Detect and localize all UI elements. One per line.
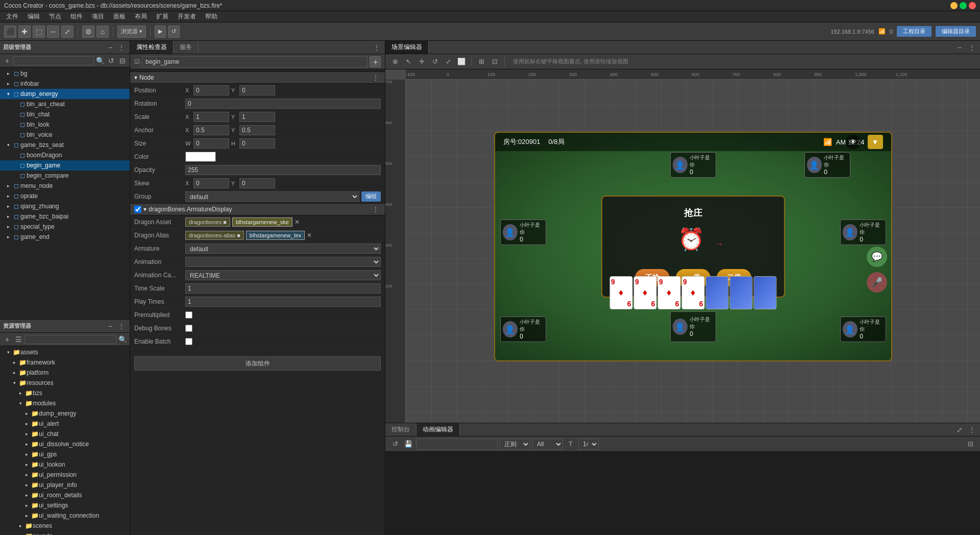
res-item-ui-settings[interactable]: ▸ 📁 ui_settings	[0, 500, 130, 510]
premultiplied-checkbox[interactable]	[185, 311, 192, 319]
add-component-btn[interactable]: 添加组件	[134, 356, 381, 371]
menu-file[interactable]: 文件	[2, 11, 22, 22]
close-btn[interactable]	[969, 2, 976, 9]
menu-help[interactable]: 帮助	[201, 11, 222, 22]
animation-select[interactable]	[185, 257, 381, 267]
node-name-field[interactable]	[142, 56, 368, 67]
menu-layout[interactable]: 布局	[131, 11, 151, 22]
prop-add-btn[interactable]: +	[370, 56, 381, 67]
scene-more-btn[interactable]: ⋮	[967, 42, 977, 53]
res-item-ui-chat[interactable]: ▸ 📁 ui_chat	[0, 429, 130, 439]
node-section-more-btn[interactable]: ⋮	[371, 72, 381, 83]
chat-round-btn[interactable]: 💬	[867, 247, 887, 267]
play-times-input[interactable]	[185, 297, 381, 307]
scene-tool-scale[interactable]: ⤢	[443, 56, 454, 67]
group-btn[interactable]: 编组	[361, 191, 381, 202]
toolbar-icon-1[interactable]: ⬛	[4, 26, 16, 38]
scene-tool-move[interactable]: ✛	[416, 56, 427, 67]
tree-item-bln-voice[interactable]: ◻ bln_voice	[0, 130, 130, 140]
tree-item-dump-energy[interactable]: ▾ ◻ dump_energy	[0, 89, 130, 99]
group-select[interactable]: default	[185, 191, 359, 202]
res-item-ui-alert[interactable]: ▸ 📁 ui_alert	[0, 419, 130, 429]
res-item-scenes[interactable]: ▸ 📁 scenes	[0, 521, 130, 531]
res-item-framework[interactable]: ▸ 📁 framework	[0, 357, 130, 368]
scene-view[interactable]: -100 0 100 200 300 400 500 600 700 800 9…	[385, 69, 980, 423]
res-item-ui-room-details[interactable]: ▸ 📁 ui_room_details	[0, 490, 130, 500]
menu-component[interactable]: 组件	[66, 11, 87, 22]
scene-tool-hand[interactable]: ⊕	[389, 56, 401, 67]
anim-name-input[interactable]	[416, 439, 498, 450]
resources-add-btn[interactable]: +	[2, 334, 12, 345]
hierarchy-search[interactable]	[13, 56, 94, 65]
resources-list-btn[interactable]: ☰	[13, 334, 23, 345]
position-y-input[interactable]	[239, 85, 275, 95]
refresh-btn[interactable]: ↺	[168, 26, 180, 38]
armature-select[interactable]: default	[185, 244, 381, 254]
res-item-ui-lookon[interactable]: ▸ 📁 ui_lookon	[0, 459, 130, 470]
res-item-resources[interactable]: ▾ 📁 resources	[0, 378, 130, 388]
editor-dir-btn[interactable]: 编辑器目录	[936, 26, 976, 37]
menu-project[interactable]: 项目	[88, 11, 108, 22]
res-item-ui-player-info[interactable]: ▸ 📁 ui_player_info	[0, 480, 130, 490]
bottom-expand-btn[interactable]: ⤢	[954, 425, 965, 435]
scene-tool-anchor-world[interactable]: ⊞	[476, 56, 487, 67]
anim-save-btn[interactable]: 💾	[403, 439, 414, 450]
hierarchy-refresh-btn[interactable]: ↺	[106, 56, 116, 66]
menu-extend[interactable]: 扩展	[152, 11, 173, 22]
scene-tool-rect[interactable]: ⬜	[456, 56, 467, 67]
tree-item-infobar[interactable]: ▸ ◻ infobar	[0, 79, 130, 89]
menu-developer[interactable]: 开发者	[174, 11, 200, 22]
tree-item-begin-game[interactable]: ◻ begin_game	[0, 160, 130, 171]
res-item-ui-waiting-connection[interactable]: ▸ 📁 ui_waiting_connection	[0, 510, 130, 521]
tab-console[interactable]: 控制台	[385, 423, 416, 436]
eye-button[interactable]: 👁	[845, 135, 861, 149]
anchor-y-input[interactable]	[239, 125, 275, 135]
node-section-header[interactable]: ▾ Node ⋮	[130, 71, 385, 84]
tree-item-qiang-zhuang[interactable]: ▸ ◻ qiang_zhuang	[0, 201, 130, 211]
arrow-button[interactable]: ▼	[868, 135, 883, 149]
size-w-input[interactable]	[193, 138, 229, 149]
scale-x-input[interactable]	[193, 112, 229, 122]
tree-item-bg[interactable]: ▸ ◻ bg	[0, 68, 130, 79]
tree-item-game-end[interactable]: ▸ ◻ game_end	[0, 232, 130, 242]
anim-t-btn[interactable]: T	[565, 439, 576, 450]
toolbar-icon-4[interactable]: ↔	[47, 26, 59, 38]
dragon-alias-name-chip[interactable]: blhstargamenew_tex	[246, 231, 305, 240]
tree-item-boomdragon[interactable]: ◻ boomDragon	[0, 150, 130, 160]
toolbar-icon-7[interactable]: ⌂	[96, 26, 109, 38]
tree-item-bln-look[interactable]: ◻ bln_look	[0, 119, 130, 130]
skew-x-input[interactable]	[193, 178, 229, 188]
project-dir-btn[interactable]: 工程目录	[897, 26, 932, 37]
tree-item-bln-chat[interactable]: ◻ bln_chat	[0, 109, 130, 119]
prop-more-btn[interactable]: ⋮	[372, 42, 382, 53]
dragon-asset-clear-btn[interactable]: ✕	[295, 218, 300, 226]
res-item-bzs[interactable]: ▸ 📁 bzs	[0, 388, 130, 398]
time-scale-input[interactable]	[185, 283, 381, 294]
minimize-btn[interactable]	[950, 2, 958, 9]
animation-ca-select[interactable]: REALTIME	[185, 270, 381, 280]
res-item-ui-dissolve-notice[interactable]: ▸ 📁 ui_dissolve_notice	[0, 439, 130, 449]
skew-y-input[interactable]	[239, 178, 275, 188]
res-item-sounds[interactable]: ▸ 📁 sounds	[0, 531, 130, 535]
anim-mode-select[interactable]: 正则	[500, 439, 530, 450]
toolbar-icon-6[interactable]: ⚙	[82, 26, 94, 38]
res-item-ui-permission[interactable]: ▸ 📁 ui_permission	[0, 470, 130, 480]
anim-collapse-btn[interactable]: ⊟	[965, 439, 976, 450]
tab-service[interactable]: 服务	[174, 41, 199, 54]
toolbar-icon-3[interactable]: ⬚	[33, 26, 45, 38]
tree-item-menu-node[interactable]: ▸ ◻ menu_node	[0, 181, 130, 191]
toolbar-icon-2[interactable]: ✚	[18, 26, 31, 38]
scene-tool-anchor-local[interactable]: ⊡	[489, 56, 500, 67]
hierarchy-add-btn[interactable]: +	[2, 56, 12, 66]
scene-minus-btn[interactable]: −	[954, 42, 965, 53]
res-item-assets[interactable]: ▾ 📁 assets	[0, 347, 130, 357]
tab-animation[interactable]: 动画编辑器	[416, 423, 460, 436]
tree-item-oprate[interactable]: ▸ ◻ oprate	[0, 191, 130, 201]
color-picker[interactable]	[185, 152, 216, 162]
res-item-dump-energy[interactable]: ▸ 📁 dump_energy	[0, 408, 130, 419]
res-item-ui-gps[interactable]: ▸ 📁 ui_gps	[0, 449, 130, 459]
tree-item-game-bzs-seat[interactable]: ▾ ◻ game_bzs_seat	[0, 140, 130, 150]
bottom-more-btn[interactable]: ⋮	[967, 425, 977, 435]
scene-tool-select[interactable]: ↖	[403, 56, 414, 67]
tree-item-special-type[interactable]: ▸ ◻ special_type	[0, 222, 130, 232]
